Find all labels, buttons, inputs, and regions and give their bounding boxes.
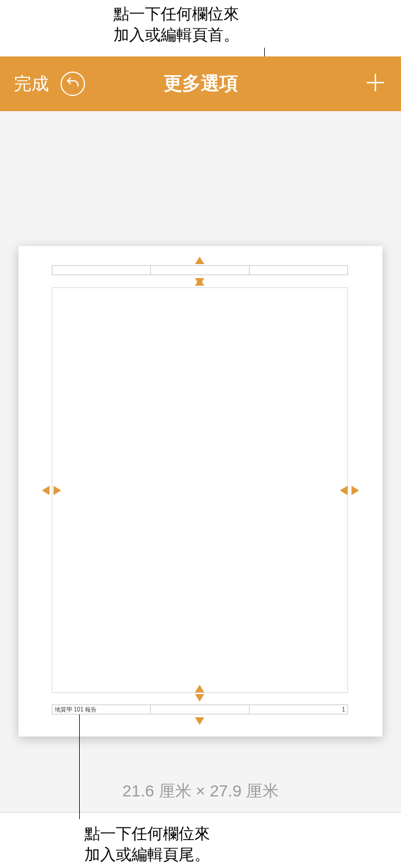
footer-fields: 地質學 101 報告 1	[52, 705, 348, 714]
margin-handle-left-inner-icon[interactable]	[54, 486, 61, 495]
add-button[interactable]	[364, 72, 387, 95]
margin-handle-body-top-up-icon[interactable]	[195, 278, 204, 286]
toolbar-title: 更多選項	[164, 71, 238, 97]
callout-line-footer	[79, 714, 80, 819]
header-field-center[interactable]	[151, 266, 249, 275]
app-window: 完成 更多選項	[0, 56, 401, 813]
header-field-left[interactable]	[52, 266, 151, 275]
plus-icon	[365, 72, 386, 95]
page-body-area[interactable]	[52, 287, 348, 693]
page-size-label: 21.6 厘米 × 27.9 厘米	[0, 780, 401, 802]
header-field-right[interactable]	[250, 266, 347, 275]
footer-field-center[interactable]	[151, 705, 249, 714]
callout-header: 點一下任何欄位來加入或編輯頁首。	[113, 3, 239, 46]
document-canvas[interactable]: 地質學 101 報告 1 21.6 厘米 × 27.	[0, 111, 401, 813]
margin-handle-body-bottom-down-icon[interactable]	[195, 694, 204, 702]
page: 地質學 101 報告 1	[19, 246, 382, 737]
margin-handle-bottom-outer-icon[interactable]	[195, 717, 204, 725]
callout-footer: 點一下任何欄位來加入或編輯頁尾。	[84, 823, 210, 866]
toolbar: 完成 更多選項	[0, 56, 401, 111]
margin-handle-right-outer-icon[interactable]	[352, 486, 359, 495]
header-fields	[52, 265, 348, 275]
margin-handle-right-inner-icon[interactable]	[340, 486, 347, 495]
footer-field-right[interactable]: 1	[250, 705, 347, 714]
margin-handle-top-outer-icon[interactable]	[195, 257, 204, 264]
footer-field-left[interactable]: 地質學 101 報告	[52, 705, 151, 714]
done-button[interactable]: 完成	[14, 72, 49, 96]
undo-icon	[66, 76, 80, 92]
margin-handle-body-bottom-up-icon[interactable]	[195, 685, 204, 692]
undo-button[interactable]	[61, 72, 85, 96]
margin-handle-left-outer-icon[interactable]	[42, 486, 49, 495]
